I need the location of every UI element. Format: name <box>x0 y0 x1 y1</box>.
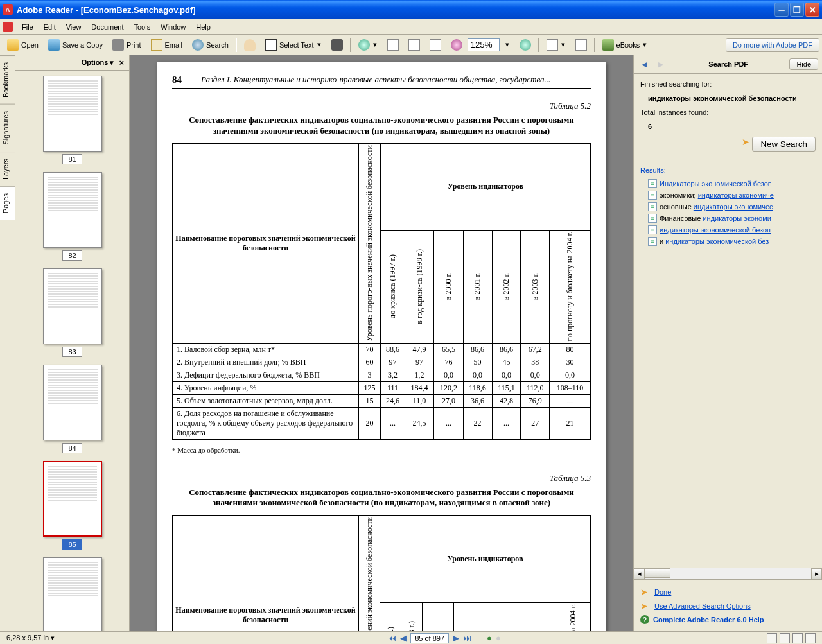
pages-options-button[interactable]: Options ▾ <box>82 58 114 67</box>
title-bar: A Adobe Reader - [EconomBez.Senchagov.pd… <box>0 0 822 19</box>
thumbnail-item[interactable]: 86 <box>21 557 124 631</box>
facing-view-button[interactable] <box>792 633 803 643</box>
fit-width-button[interactable] <box>425 37 446 53</box>
menu-edit[interactable]: Edit <box>39 22 61 32</box>
menu-tools[interactable]: Tools <box>129 22 156 32</box>
last-page-button[interactable]: ⏭ <box>463 633 471 643</box>
menu-view[interactable]: View <box>61 22 87 32</box>
mail-icon <box>151 39 162 51</box>
search-result-item[interactable]: основные индикаторы экономичес <box>640 201 816 213</box>
search-result-item[interactable]: Индикаторы экономической безоп <box>640 178 816 189</box>
result-icon <box>648 214 657 223</box>
help-icon: ? <box>640 615 649 624</box>
scroll-right-button[interactable]: ▸ <box>811 568 822 579</box>
search-button[interactable]: Search <box>188 37 233 53</box>
pages-close-button[interactable]: × <box>119 58 124 67</box>
thumbnail-item[interactable]: 84 <box>21 365 124 453</box>
thumbnails-list[interactable]: 818283848586 <box>15 71 129 631</box>
thumbnail-item[interactable]: 85 <box>21 461 124 550</box>
search-result-item[interactable]: экономики; индикаторы экономиче <box>640 189 816 201</box>
table-label: Таблица 5.2 <box>172 101 591 111</box>
fit-page-button[interactable] <box>404 37 424 53</box>
thumbnail-item[interactable]: 82 <box>21 172 124 261</box>
tab-pages[interactable]: Pages <box>0 186 15 220</box>
zoom-input[interactable] <box>468 38 500 51</box>
menu-document[interactable]: Document <box>86 22 128 32</box>
menu-file[interactable]: File <box>17 22 39 32</box>
maximize-button[interactable]: ❐ <box>790 3 804 17</box>
search-instances-count: 6 <box>648 123 816 130</box>
zoom-dropdown[interactable]: ▾ <box>500 38 514 51</box>
page-icon <box>387 39 399 51</box>
data-table-53: Наименование пороговых значений экономич… <box>172 515 591 631</box>
search-back-button[interactable]: ◀ <box>638 58 651 71</box>
tab-bookmarks[interactable]: Bookmarks <box>0 55 15 104</box>
document-scroll[interactable]: 84 Раздел I. Концептуальные и историко-п… <box>130 55 633 631</box>
snapshot-button[interactable] <box>327 37 347 53</box>
thumbnail-item[interactable]: 81 <box>21 76 124 164</box>
open-button[interactable]: Open <box>3 37 43 53</box>
advanced-search-link[interactable]: Use Advanced Search Options <box>654 602 751 610</box>
new-search-button[interactable]: New Search <box>752 137 816 152</box>
search-forward-button[interactable]: ▶ <box>654 58 667 71</box>
continuous-facing-view-button[interactable] <box>805 633 816 643</box>
app-icon-small <box>3 22 13 32</box>
search-hide-button[interactable]: Hide <box>789 58 818 70</box>
menu-bar: File Edit View Document Tools Window Hel… <box>0 19 822 35</box>
adobe-promo-link[interactable]: Do more with Adobe PDF <box>726 38 819 52</box>
back-view-button[interactable]: ● <box>487 633 492 643</box>
zoom-in-plus-button[interactable] <box>515 37 536 53</box>
table-label: Таблица 5.3 <box>172 473 591 483</box>
scroll-thumb[interactable] <box>645 568 670 578</box>
pages-panel: Options ▾ × 818283848586 <box>15 55 130 631</box>
zoom-out-button[interactable] <box>446 37 467 53</box>
single-page-view-button[interactable] <box>767 633 777 643</box>
close-button[interactable]: ✕ <box>805 3 819 17</box>
save-copy-button[interactable]: Save a Copy <box>44 37 107 53</box>
email-button[interactable]: Email <box>146 37 188 53</box>
tab-layers[interactable]: Layers <box>0 152 15 186</box>
select-text-button[interactable]: Select Text▾ <box>261 37 326 53</box>
next-page-button[interactable]: ▶ <box>453 633 459 643</box>
search-results-scrollbar[interactable]: ◂ ▸ <box>634 568 822 579</box>
help-link[interactable]: Complete Adobe Reader 6.0 Help <box>653 616 764 623</box>
scroll-left-button[interactable]: ◂ <box>634 568 645 579</box>
prev-page-button[interactable]: ◀ <box>400 633 407 643</box>
result-icon <box>648 225 657 234</box>
thumbnail-item[interactable]: 83 <box>21 268 124 357</box>
search-panel-title: Search PDF <box>671 60 785 68</box>
navigation-tabs: Bookmarks Signatures Layers Pages <box>0 55 15 631</box>
search-result-item[interactable]: и индикаторы экономической без <box>640 236 816 247</box>
search-panel: ◀ ▶ Search PDF Hide Finished searching f… <box>633 55 822 631</box>
minimize-button[interactable]: ─ <box>774 3 789 17</box>
fit-page-icon <box>408 39 420 51</box>
result-icon <box>648 179 657 188</box>
tab-signatures[interactable]: Signatures <box>0 104 15 152</box>
print-button[interactable]: Print <box>108 37 146 53</box>
table-footnote: * Масса до обработки. <box>172 446 591 454</box>
chevron-down-icon: ▾ <box>372 40 378 49</box>
actual-size-button[interactable] <box>383 37 403 53</box>
hand-tool-button[interactable] <box>240 37 260 53</box>
search-result-item[interactable]: Финансовые индикаторы экономи <box>640 213 816 224</box>
hand-icon <box>244 39 256 51</box>
separator <box>350 38 351 52</box>
zoom-in-button[interactable]: ▾ <box>354 37 382 53</box>
ebooks-button[interactable]: eBooks▾ <box>598 37 652 53</box>
data-table-52: Наименование пороговых значений экономич… <box>172 143 591 440</box>
continuous-view-button[interactable] <box>780 633 790 643</box>
table-title: Сопоставление фактических индикаторов со… <box>172 487 591 509</box>
page-indicator[interactable]: 85 of 897 <box>410 633 449 643</box>
status-bar: 6,28 x 9,57 in ▾ ⏮ ◀ 85 of 897 ▶ ⏭ ● ● <box>0 631 822 644</box>
menu-window[interactable]: Window <box>155 22 191 32</box>
book-icon <box>602 39 614 51</box>
result-icon <box>648 237 657 246</box>
menu-help[interactable]: Help <box>191 22 216 32</box>
forward-view-button[interactable]: ● <box>496 633 501 643</box>
review-button[interactable] <box>571 37 591 53</box>
arrow-icon: ➤ <box>640 587 648 597</box>
first-page-button[interactable]: ⏮ <box>388 633 396 643</box>
search-result-item[interactable]: индикаторы экономической безоп <box>640 224 816 236</box>
search-done-link[interactable]: Done <box>654 588 671 596</box>
read-button[interactable]: ▾ <box>542 37 570 53</box>
